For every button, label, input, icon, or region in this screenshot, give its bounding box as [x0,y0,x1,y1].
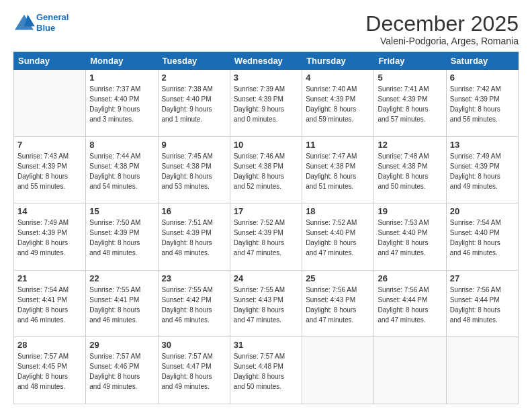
calendar-cell: 6Sunrise: 7:42 AM Sunset: 4:39 PM Daylig… [446,70,518,137]
logo-line2: Blue [36,23,55,33]
day-number: 1 [89,73,154,83]
day-info: Sunrise: 7:57 AM Sunset: 4:45 PM Dayligh… [17,351,82,392]
day-number: 13 [450,140,515,150]
calendar-cell: 17Sunrise: 7:52 AM Sunset: 4:39 PM Dayli… [230,203,302,271]
day-number: 27 [450,273,515,283]
header-day: Wednesday [230,52,302,70]
logo-line1: General [36,12,69,22]
calendar-cell: 26Sunrise: 7:56 AM Sunset: 4:44 PM Dayli… [374,270,446,337]
day-number: 18 [306,206,370,216]
day-number: 15 [89,206,154,216]
calendar-cell: 21Sunrise: 7:54 AM Sunset: 4:41 PM Dayli… [14,270,86,337]
day-number: 4 [306,73,370,83]
calendar-cell [374,337,446,404]
calendar-cell: 5Sunrise: 7:41 AM Sunset: 4:39 PM Daylig… [374,70,446,137]
calendar-cell: 8Sunrise: 7:44 AM Sunset: 4:38 PM Daylig… [86,136,158,203]
day-number: 24 [234,273,298,283]
day-info: Sunrise: 7:55 AM Sunset: 4:43 PM Dayligh… [234,285,298,325]
day-number: 17 [234,206,298,216]
day-number: 30 [162,340,226,350]
day-info: Sunrise: 7:40 AM Sunset: 4:39 PM Dayligh… [306,84,370,124]
week-row: 28Sunrise: 7:57 AM Sunset: 4:45 PM Dayli… [14,337,519,404]
day-info: Sunrise: 7:56 AM Sunset: 4:44 PM Dayligh… [378,285,442,325]
calendar-cell: 24Sunrise: 7:55 AM Sunset: 4:43 PM Dayli… [230,270,302,337]
day-info: Sunrise: 7:54 AM Sunset: 4:40 PM Dayligh… [450,218,515,258]
day-info: Sunrise: 7:54 AM Sunset: 4:41 PM Dayligh… [17,285,82,325]
day-info: Sunrise: 7:53 AM Sunset: 4:40 PM Dayligh… [378,218,442,258]
day-number: 11 [306,140,370,150]
day-number: 7 [17,140,82,150]
day-number: 12 [378,140,442,150]
calendar-cell: 10Sunrise: 7:46 AM Sunset: 4:38 PM Dayli… [230,136,302,203]
title-block: December 2025 Valeni-Podgoria, Arges, Ro… [365,12,519,46]
day-number: 2 [162,73,226,83]
day-info: Sunrise: 7:38 AM Sunset: 4:40 PM Dayligh… [162,84,226,124]
calendar-cell: 25Sunrise: 7:56 AM Sunset: 4:43 PM Dayli… [302,270,374,337]
week-row: 1Sunrise: 7:37 AM Sunset: 4:40 PM Daylig… [14,70,519,137]
day-info: Sunrise: 7:57 AM Sunset: 4:47 PM Dayligh… [162,351,226,392]
calendar-cell: 2Sunrise: 7:38 AM Sunset: 4:40 PM Daylig… [158,70,230,137]
day-number: 29 [89,340,154,350]
day-info: Sunrise: 7:37 AM Sunset: 4:40 PM Dayligh… [89,84,154,124]
header-day: Friday [374,52,446,70]
calendar-cell: 19Sunrise: 7:53 AM Sunset: 4:40 PM Dayli… [374,203,446,271]
day-number: 6 [450,73,515,83]
page: General Blue December 2025 Valeni-Podgor… [0,0,532,411]
day-info: Sunrise: 7:44 AM Sunset: 4:38 PM Dayligh… [89,151,154,191]
calendar-cell: 16Sunrise: 7:51 AM Sunset: 4:39 PM Dayli… [158,203,230,271]
day-info: Sunrise: 7:45 AM Sunset: 4:38 PM Dayligh… [162,151,226,191]
day-number: 23 [162,273,226,283]
day-info: Sunrise: 7:51 AM Sunset: 4:39 PM Dayligh… [162,218,226,258]
day-info: Sunrise: 7:46 AM Sunset: 4:38 PM Dayligh… [234,151,298,191]
header-row: SundayMondayTuesdayWednesdayThursdayFrid… [14,52,519,70]
day-number: 5 [378,73,442,83]
calendar-cell: 13Sunrise: 7:49 AM Sunset: 4:39 PM Dayli… [446,136,518,203]
calendar-cell: 18Sunrise: 7:52 AM Sunset: 4:40 PM Dayli… [302,203,374,271]
day-info: Sunrise: 7:57 AM Sunset: 4:48 PM Dayligh… [234,351,298,392]
calendar-cell: 12Sunrise: 7:48 AM Sunset: 4:38 PM Dayli… [374,136,446,203]
calendar-cell: 11Sunrise: 7:47 AM Sunset: 4:38 PM Dayli… [302,136,374,203]
calendar-cell: 23Sunrise: 7:55 AM Sunset: 4:42 PM Dayli… [158,270,230,337]
day-number: 19 [378,206,442,216]
subtitle: Valeni-Podgoria, Arges, Romania [365,36,519,46]
calendar-cell: 7Sunrise: 7:43 AM Sunset: 4:39 PM Daylig… [14,136,86,203]
header-day: Saturday [446,52,518,70]
day-number: 21 [17,273,82,283]
calendar-cell [14,70,86,137]
calendar-cell: 22Sunrise: 7:55 AM Sunset: 4:41 PM Dayli… [86,270,158,337]
day-number: 20 [450,206,515,216]
day-info: Sunrise: 7:52 AM Sunset: 4:39 PM Dayligh… [234,218,298,258]
day-info: Sunrise: 7:41 AM Sunset: 4:39 PM Dayligh… [378,84,442,124]
day-number: 9 [162,140,226,150]
main-title: December 2025 [365,12,519,36]
day-info: Sunrise: 7:50 AM Sunset: 4:39 PM Dayligh… [89,218,154,258]
logo-icon [13,13,35,32]
week-row: 7Sunrise: 7:43 AM Sunset: 4:39 PM Daylig… [14,136,519,203]
day-info: Sunrise: 7:55 AM Sunset: 4:41 PM Dayligh… [89,285,154,325]
day-number: 10 [234,140,298,150]
calendar-cell: 20Sunrise: 7:54 AM Sunset: 4:40 PM Dayli… [446,203,518,271]
day-number: 25 [306,273,370,283]
day-info: Sunrise: 7:42 AM Sunset: 4:39 PM Dayligh… [450,84,515,124]
day-number: 3 [234,73,298,83]
logo-text: General Blue [36,12,69,33]
calendar-cell [302,337,374,404]
header-day: Monday [86,52,158,70]
day-info: Sunrise: 7:49 AM Sunset: 4:39 PM Dayligh… [17,218,82,258]
day-info: Sunrise: 7:49 AM Sunset: 4:39 PM Dayligh… [450,151,515,191]
calendar-cell: 3Sunrise: 7:39 AM Sunset: 4:39 PM Daylig… [230,70,302,137]
day-info: Sunrise: 7:43 AM Sunset: 4:39 PM Dayligh… [17,151,82,191]
day-info: Sunrise: 7:56 AM Sunset: 4:43 PM Dayligh… [306,285,370,325]
day-info: Sunrise: 7:55 AM Sunset: 4:42 PM Dayligh… [162,285,226,325]
calendar-cell: 9Sunrise: 7:45 AM Sunset: 4:38 PM Daylig… [158,136,230,203]
calendar-cell: 31Sunrise: 7:57 AM Sunset: 4:48 PM Dayli… [230,337,302,404]
day-info: Sunrise: 7:52 AM Sunset: 4:40 PM Dayligh… [306,218,370,258]
day-number: 22 [89,273,154,283]
header: General Blue December 2025 Valeni-Podgor… [13,12,519,46]
day-info: Sunrise: 7:56 AM Sunset: 4:44 PM Dayligh… [450,285,515,325]
calendar-cell: 4Sunrise: 7:40 AM Sunset: 4:39 PM Daylig… [302,70,374,137]
header-day: Thursday [302,52,374,70]
header-day: Sunday [14,52,86,70]
week-row: 21Sunrise: 7:54 AM Sunset: 4:41 PM Dayli… [14,270,519,337]
calendar-cell: 27Sunrise: 7:56 AM Sunset: 4:44 PM Dayli… [446,270,518,337]
